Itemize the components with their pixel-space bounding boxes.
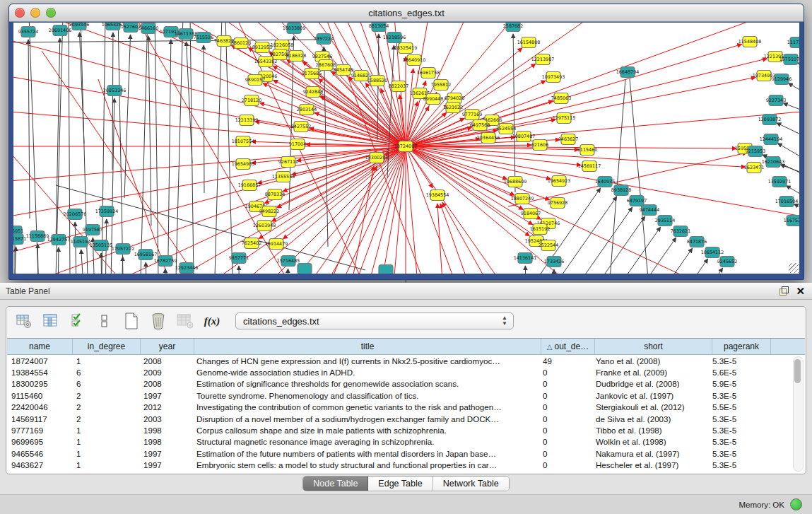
table-row[interactable]: 1938455462009Genome-wide association stu…: [7, 366, 805, 378]
graph-node[interactable]: 1615192: [530, 224, 550, 235]
graph-node[interactable]: 7515526: [194, 33, 213, 43]
graph-node[interactable]: 1117534: [787, 37, 799, 48]
graph-node[interactable]: 19654985: [232, 159, 255, 170]
graph-node[interactable]: 8427552: [291, 122, 311, 132]
graph-node[interactable]: 8878334: [265, 189, 285, 200]
graph-node[interactable]: 2093146: [69, 23, 89, 30]
graph-node[interactable]: [298, 264, 312, 274]
graph-node[interactable]: 1640935: [595, 177, 615, 187]
graph-node[interactable]: 9227343: [766, 95, 786, 106]
table-selector-combo[interactable]: citations_edges.txt ▲▼: [235, 313, 514, 329]
column-header-out_de[interactable]: △out_de…: [541, 339, 595, 354]
graph-node[interactable]: 18640910: [403, 55, 426, 66]
column-header-name[interactable]: name: [7, 339, 73, 354]
graph-node[interactable]: 2935114: [655, 216, 675, 226]
graph-node[interactable]: 18107554: [232, 136, 255, 147]
graph-node[interactable]: 17016504: [775, 197, 799, 207]
graph-node[interactable]: 2803144: [297, 105, 317, 115]
graph-node[interactable]: 19166857: [238, 180, 261, 191]
network-window-titlebar[interactable]: citations_edges.txt: [9, 4, 804, 22]
table-row[interactable]: 946362711997Embryonic stem cells: a mode…: [7, 460, 805, 471]
graph-node[interactable]: [379, 265, 393, 274]
graph-node[interactable]: 9115460: [577, 145, 597, 156]
float-panel-icon[interactable]: [779, 286, 789, 296]
scrollbar-thumb[interactable]: [794, 359, 801, 383]
column-header-title[interactable]: title: [194, 339, 541, 354]
graph-node[interactable]: 1145194: [71, 237, 90, 247]
graph-node[interactable]: 12942757: [47, 235, 71, 245]
table-mode-icon[interactable]: [15, 312, 33, 330]
graph-node[interactable]: 11156869: [26, 231, 49, 242]
graph-node[interactable]: 19384554: [426, 190, 449, 201]
window-resize-grip[interactable]: [789, 263, 799, 273]
graph-node[interactable]: 8990448: [423, 94, 443, 105]
graph-node[interactable]: 20053346: [103, 86, 126, 96]
tab-node-table[interactable]: Node Table: [303, 477, 368, 491]
graph-node[interactable]: 9756928: [548, 198, 567, 209]
function-builder-icon[interactable]: f(x): [203, 312, 221, 330]
column-header-in_degree[interactable]: in_degree: [73, 339, 141, 354]
graph-node[interactable]: 7485063: [551, 93, 571, 104]
graph-node[interactable]: 621606: [531, 140, 548, 151]
table-row[interactable]: 911546021997Tourette syndrome. Phenomeno…: [7, 390, 805, 401]
show-columns-icon[interactable]: [42, 312, 60, 330]
graph-node[interactable]: 9498222: [259, 206, 279, 217]
table-row[interactable]: 1830029562008Estimation of significance …: [7, 378, 805, 390]
graph-node[interactable]: 2587682: [503, 23, 523, 32]
graph-node[interactable]: 12975115: [553, 113, 576, 124]
column-header-short[interactable]: short: [595, 339, 712, 354]
graph-node[interactable]: 17359924: [95, 206, 119, 217]
graph-node[interactable]: 16782759: [154, 256, 177, 267]
graph-node[interactable]: 15716485: [277, 256, 300, 267]
graph-node[interactable]: 20364456: [477, 133, 500, 144]
delete-column-icon[interactable]: [149, 312, 167, 330]
table-row[interactable]: 946554611997Estimation of the future num…: [7, 448, 805, 459]
network-graph[interactable]: 8860123891295518226058982750881863289827…: [13, 23, 799, 274]
graph-node[interactable]: 9777169: [462, 110, 482, 120]
graph-node[interactable]: 7857224: [314, 34, 334, 45]
column-header-pagerank[interactable]: pagerank: [712, 339, 771, 354]
graph-node[interactable]: 7632621: [671, 226, 690, 237]
graph-node[interactable]: 9890157: [245, 75, 265, 86]
graph-node[interactable]: 9184067: [521, 209, 541, 219]
graph-node[interactable]: 2718120: [242, 95, 261, 106]
table-row[interactable]: 969969511998Structural magnetic resonanc…: [7, 436, 805, 448]
graph-node[interactable]: 8938928: [611, 185, 631, 196]
graph-node[interactable]: 16033809: [283, 23, 306, 34]
graph-node[interactable]: 7463822: [214, 36, 234, 47]
graph-node[interactable]: 9175685: [302, 69, 322, 79]
memory-status-indicator[interactable]: [790, 498, 802, 510]
graph-node[interactable]: 16210643: [762, 157, 785, 168]
graph-node[interactable]: 8471876: [687, 237, 707, 247]
graph-node[interactable]: 20691406: [49, 25, 72, 36]
table-row[interactable]: 2242004622012Investigating the contribut…: [7, 402, 805, 413]
tab-network-table[interactable]: Network Table: [433, 477, 509, 491]
graph-node[interactable]: 1733426: [544, 257, 564, 267]
graph-node[interactable]: 8813054: [369, 23, 389, 32]
graph-node[interactable]: 1588520: [367, 76, 387, 86]
graph-node[interactable]: 2522544: [539, 240, 558, 251]
close-panel-icon[interactable]: ✕: [796, 286, 805, 296]
graph-node[interactable]: 8912955: [252, 42, 272, 53]
graph-node[interactable]: 9197587: [83, 225, 102, 235]
graph-node[interactable]: 10654112: [701, 247, 724, 258]
graph-node[interactable]: 8186328: [286, 51, 306, 62]
graph-node[interactable]: 9355724: [18, 27, 38, 37]
graph-node[interactable]: 9129946: [772, 74, 792, 85]
graph-node[interactable]: 7625402: [242, 238, 261, 249]
graph-node[interactable]: 16961758: [417, 68, 440, 78]
graph-node[interactable]: 9215953: [746, 146, 765, 157]
graph-node[interactable]: 917004: [289, 139, 306, 150]
graph-node[interactable]: 14136141: [514, 253, 537, 264]
graph-node[interactable]: 1621022: [443, 103, 463, 113]
graph-node[interactable]: 3524554: [496, 124, 516, 134]
graph-node[interactable]: 12603948: [253, 221, 276, 231]
graph-node[interactable]: 10807487: [512, 132, 536, 142]
row-checks-icon[interactable]: [69, 312, 87, 330]
table-vertical-scrollbar[interactable]: [793, 356, 804, 472]
graph-node[interactable]: 11355554: [272, 172, 295, 182]
graph-node[interactable]: 3915871: [13, 234, 26, 245]
graph-node[interactable]: 11548408: [739, 37, 762, 47]
graph-node[interactable]: 13592971: [768, 177, 792, 187]
graph-node[interactable]: 10688609: [504, 177, 527, 187]
